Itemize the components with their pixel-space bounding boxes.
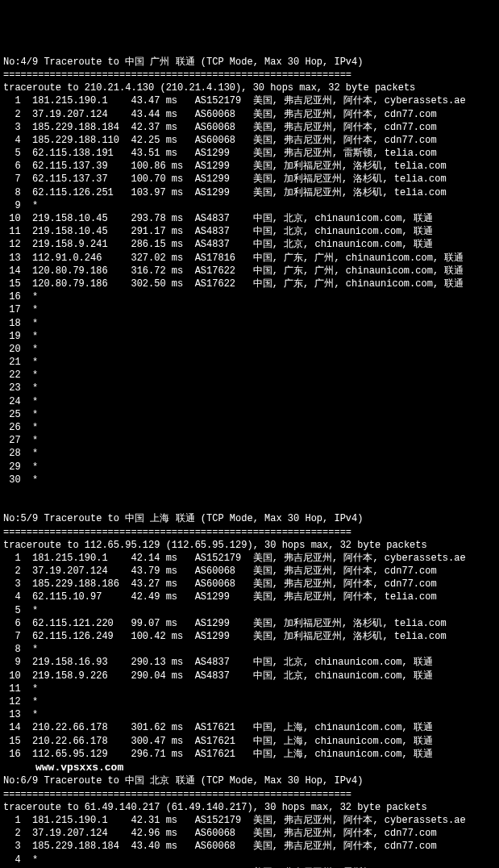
terminal-output: No:4/9 Traceroute to 中国 广州 联通 (TCP Mode,… xyxy=(3,56,496,868)
